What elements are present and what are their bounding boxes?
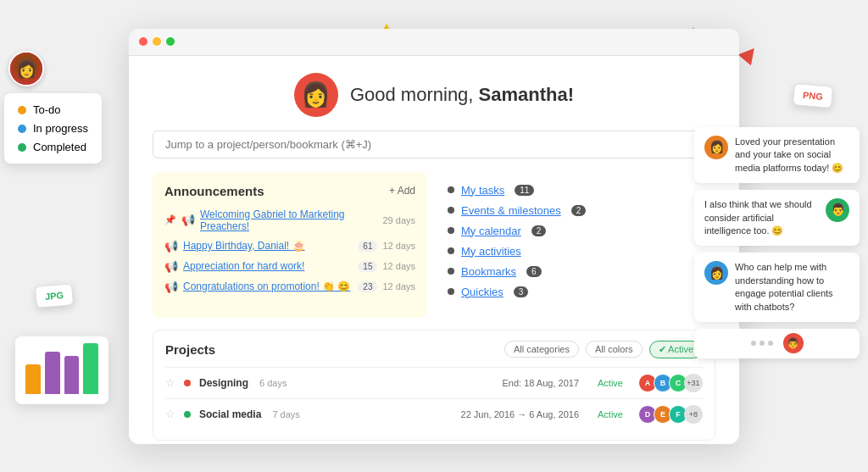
projects-section: Projects All categories All colors ✔ Act…	[153, 330, 715, 441]
project-dot-1	[184, 411, 191, 418]
project-name-1: Social media	[199, 408, 261, 420]
todo-dot	[18, 106, 26, 114]
chart-bar-3	[64, 356, 80, 394]
chat-message-2: 👨 I also think that we should consider a…	[694, 190, 860, 246]
quicklink-link-5[interactable]: Quickies	[461, 286, 504, 298]
chat-text-1: Loved your presentation and your take on…	[735, 136, 849, 175]
quicklink-item-4: Bookmarks 6	[448, 265, 709, 278]
filter-colors-button[interactable]: All colors	[586, 341, 643, 358]
ann-link-2[interactable]: Appreciation for hard work!	[183, 260, 353, 272]
star-icon-0[interactable]: ☆	[165, 376, 175, 389]
two-column-layout: Announcements + Add 📌 📢 Welcoming Gabrie…	[153, 172, 715, 318]
announcements-header: Announcements + Add	[164, 184, 415, 198]
announcement-item-2: 📢 Appreciation for hard work! 15 12 days	[164, 260, 415, 273]
ann-icon-2: 📢	[164, 260, 178, 273]
ann-link-0[interactable]: Welcoming Gabriel to Marketing Preachers…	[200, 208, 377, 232]
project-row-1: ☆ Social media 7 days 22 Jun, 2016 → 6 A…	[165, 398, 703, 430]
ann-days-2: 12 days	[382, 261, 415, 271]
project-date-0: End: 18 Aug, 2017	[503, 378, 580, 388]
chat-message-3: 👩 Who can help me with understanding how…	[694, 253, 860, 322]
chat-avatar-4: 👨	[783, 333, 804, 353]
browser-content: 👩 Good morning, Samantha! Announcements …	[129, 56, 739, 444]
png-badge: PNG	[793, 83, 833, 108]
quicklinks-panel: My tasks 11 Events & milestones 2 My cal…	[441, 172, 715, 318]
project-dot-0	[184, 380, 191, 386]
user-avatar: 👩	[294, 73, 338, 117]
ann-icon-3: 📢	[164, 280, 178, 293]
chat-avatar-1: 👩	[704, 136, 728, 159]
browser-window: 👩 Good morning, Samantha! Announcements …	[129, 29, 739, 444]
announcement-item-1: 📢 Happy Birthday, Danial! 🎂 61 12 days	[164, 240, 415, 253]
ann-icon-0: 📢	[181, 214, 195, 226]
browser-dot-close[interactable]	[139, 37, 147, 46]
floating-avatar: 👩	[8, 51, 44, 86]
proj-more-1: +8	[684, 405, 703, 424]
greeting-text: Good morning, Samantha!	[350, 84, 574, 106]
chart-bar-4	[83, 343, 98, 394]
chart-bar-1	[25, 364, 41, 394]
project-row-0: ☆ Designing 6 days End: 18 Aug, 2017 Act…	[165, 367, 703, 398]
quicklink-link-0[interactable]: My tasks	[461, 184, 504, 197]
ann-link-1[interactable]: Happy Birthday, Danial! 🎂	[183, 240, 353, 252]
pin-icon-0: 📌	[164, 214, 176, 225]
deco-triangle-right	[738, 43, 761, 66]
quicklink-count-4: 6	[526, 266, 542, 277]
quicklink-item-5: Quickies 3	[448, 286, 709, 298]
typing-dot-1	[751, 341, 756, 346]
search-input[interactable]	[153, 130, 715, 158]
chat-panel: 👩 Loved your presentation and your take …	[694, 127, 860, 358]
greeting-section: 👩 Good morning, Samantha!	[153, 73, 715, 117]
legend-item-todo: To-do	[18, 103, 88, 116]
quicklink-dot-1	[448, 207, 454, 214]
ann-days-3: 12 days	[382, 281, 415, 292]
quicklink-link-1[interactable]: Events & milestones	[461, 204, 561, 217]
ann-badge-1: 61	[358, 241, 377, 252]
ann-link-3[interactable]: Congratulations on promotion! 👏 😊	[183, 280, 353, 292]
ann-icon-1: 📢	[164, 240, 178, 253]
filter-categories-button[interactable]: All categories	[504, 341, 579, 358]
projects-title: Projects	[165, 342, 215, 357]
legend-item-completed: Completed	[18, 141, 88, 153]
quicklink-link-4[interactable]: Bookmarks	[461, 265, 516, 278]
project-avatars-1: D E F +8	[642, 405, 703, 424]
quicklink-item-2: My calendar 2	[448, 225, 709, 237]
quicklink-count-5: 3	[514, 286, 529, 297]
greeting-name: Samantha!	[479, 84, 574, 105]
quicklink-link-3[interactable]: My activities	[461, 245, 521, 258]
browser-dot-minimize[interactable]	[153, 37, 161, 46]
jpg-badge: JPG	[35, 283, 74, 308]
quicklink-dot-0	[448, 186, 454, 193]
legend-todo-label: To-do	[33, 103, 61, 116]
browser-dot-maximize[interactable]	[166, 37, 175, 46]
project-status-1: Active	[598, 409, 623, 419]
filter-group: All categories All colors ✔ Active	[504, 341, 703, 358]
quicklink-item-3: My activities	[448, 245, 709, 258]
chat-typing-indicator: 👨	[694, 329, 860, 358]
quicklink-count-2: 2	[531, 225, 547, 236]
chat-message-1: 👩 Loved your presentation and your take …	[694, 127, 860, 183]
ann-days-1: 12 days	[382, 241, 415, 251]
ann-badge-2: 15	[358, 261, 377, 272]
quicklink-link-2[interactable]: My calendar	[461, 225, 521, 237]
browser-header	[129, 29, 739, 56]
inprogress-dot	[18, 125, 26, 133]
quicklink-dot-5	[448, 288, 454, 295]
ann-badge-3: 23	[358, 281, 377, 292]
project-avatars-0: A B C +31	[642, 374, 703, 392]
typing-dot-3	[768, 341, 773, 346]
legend-card: To-do In progress Completed	[4, 93, 102, 164]
ann-days-0: 29 days	[382, 215, 415, 225]
project-date-1: 22 Jun, 2016 → 6 Aug, 2016	[461, 409, 579, 419]
add-announcement-button[interactable]: + Add	[389, 185, 415, 197]
chat-text-3: Who can help me with understanding how t…	[735, 261, 849, 314]
quicklink-count-0: 11	[515, 185, 534, 196]
quicklink-dot-3	[448, 247, 454, 254]
proj-more-0: +31	[684, 374, 703, 392]
star-icon-1[interactable]: ☆	[165, 408, 175, 420]
quicklink-dot-4	[448, 268, 454, 275]
announcement-item-0: 📌 📢 Welcoming Gabriel to Marketing Preac…	[164, 208, 415, 232]
legend-inprogress-label: In progress	[33, 122, 88, 135]
chat-avatar-3: 👩	[704, 261, 728, 285]
projects-header: Projects All categories All colors ✔ Act…	[165, 341, 703, 358]
chart-bar-2	[45, 352, 60, 394]
